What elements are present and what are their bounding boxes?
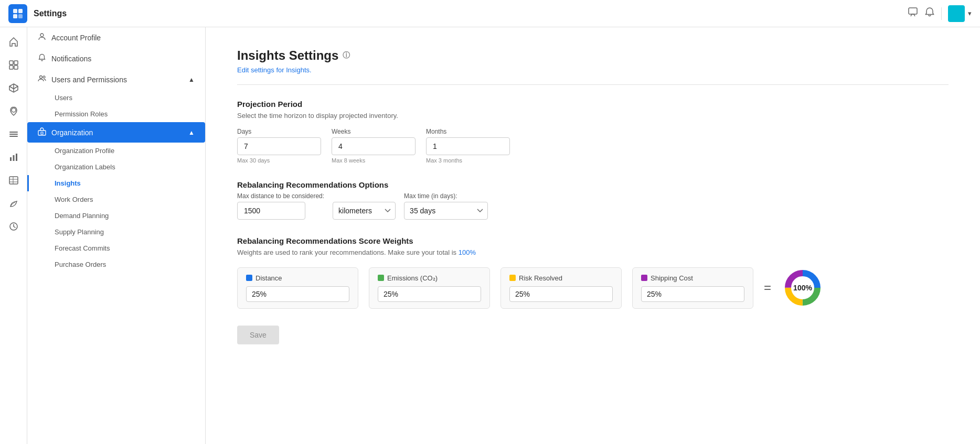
max-distance-label: Max distance to be considered: xyxy=(237,192,324,200)
emissions-input[interactable] xyxy=(378,286,481,302)
svg-rect-16 xyxy=(9,177,18,184)
header-divider xyxy=(941,7,942,20)
avatar xyxy=(948,5,965,22)
app-body: Account Profile Notifications Users and … xyxy=(0,27,980,444)
svg-rect-8 xyxy=(14,66,18,69)
sidebar-subitem-permission-roles[interactable]: Permission Roles xyxy=(27,106,205,122)
risk-label: Risk Resolved xyxy=(519,274,562,282)
save-button[interactable]: Save xyxy=(237,326,279,344)
weeks-label: Weeks xyxy=(332,128,416,135)
nav-chart-icon[interactable] xyxy=(3,147,24,168)
unit-select[interactable]: kilometers miles xyxy=(333,202,396,220)
users-permissions-chevron: ▲ xyxy=(188,76,195,83)
donut-total-label: 100% xyxy=(793,284,812,292)
sidebar-label-notifications: Notifications xyxy=(51,55,91,63)
nav-table-icon[interactable] xyxy=(3,170,24,191)
max-time-select[interactable]: 35 days 14 days 21 days 60 days xyxy=(404,202,488,220)
projection-period-title: Projection Period xyxy=(237,100,949,109)
distance-input[interactable] xyxy=(246,286,349,302)
sidebar-section-organization[interactable]: Organization ▲ xyxy=(27,122,205,143)
months-input[interactable] xyxy=(426,137,510,155)
max-time-label: Max time (in days): xyxy=(404,192,488,200)
sidebar-section-users-permissions[interactable]: Users and Permissions ▲ xyxy=(27,69,205,90)
users-permissions-icon xyxy=(38,74,46,84)
app-header: Settings ▾ xyxy=(0,0,980,27)
nav-home-icon[interactable] xyxy=(3,31,24,52)
svg-rect-24 xyxy=(38,131,46,135)
nav-grid-icon[interactable] xyxy=(3,55,24,75)
sidebar-subitem-forecast-commits[interactable]: Forecast Commits xyxy=(27,240,205,256)
score-weights-title: Rebalancing Recommendations Score Weight… xyxy=(237,236,949,245)
months-field-group: Months Max 3 months xyxy=(426,128,510,164)
svg-rect-6 xyxy=(14,61,18,64)
shipping-label: Shipping Cost xyxy=(651,274,693,282)
sidebar-subitem-users[interactable]: Users xyxy=(27,90,205,106)
sidebar-subitem-supply-planning[interactable]: Supply Planning xyxy=(27,224,205,240)
score-weights-desc: Weights are used to rank your recommenda… xyxy=(237,248,949,256)
total-donut-chart: 100% xyxy=(782,267,824,309)
page-subtitle: Edit settings for Insights. xyxy=(237,66,949,74)
user-menu[interactable]: ▾ xyxy=(948,5,972,22)
svg-rect-15 xyxy=(16,154,17,161)
notification-bell-icon[interactable] xyxy=(924,7,935,20)
weeks-hint: Max 8 weeks xyxy=(332,157,416,164)
svg-rect-4 xyxy=(909,8,917,14)
organization-chevron: ▲ xyxy=(188,129,195,136)
months-hint: Max 3 months xyxy=(426,157,510,164)
account-icon xyxy=(38,33,46,43)
distance-label: Distance xyxy=(255,274,282,282)
max-distance-input[interactable] xyxy=(237,202,305,220)
svg-rect-14 xyxy=(13,155,14,161)
sidebar-subitem-org-labels[interactable]: Organization Labels xyxy=(27,159,205,175)
sidebar-subitem-demand-planning[interactable]: Demand Planning xyxy=(27,208,205,224)
projection-period-section: Projection Period Select the time horizo… xyxy=(237,100,949,164)
sidebar-label-account-profile: Account Profile xyxy=(51,34,101,42)
chat-icon[interactable] xyxy=(908,7,918,20)
svg-rect-7 xyxy=(9,66,13,69)
svg-rect-13 xyxy=(10,157,12,161)
distance-color-dot xyxy=(246,275,252,281)
shipping-color-dot xyxy=(641,275,647,281)
svg-point-21 xyxy=(40,34,44,37)
max-distance-field-group: Max distance to be considered: xyxy=(237,192,324,220)
nav-plugin-icon[interactable] xyxy=(3,216,24,237)
weight-card-risk: Risk Resolved xyxy=(500,267,622,309)
rebalancing-options-title: Rebalancing Recommendations Options xyxy=(237,180,949,189)
risk-input[interactable] xyxy=(509,286,613,302)
shipping-input[interactable] xyxy=(641,286,744,302)
emissions-label: Emissions (CO₂) xyxy=(387,274,438,282)
sidebar-subitem-insights[interactable]: Insights xyxy=(27,175,205,191)
nav-location-icon[interactable] xyxy=(3,101,24,122)
organization-icon xyxy=(38,127,46,137)
page-header-title: Settings xyxy=(34,9,901,18)
sidebar-item-account-profile[interactable]: Account Profile xyxy=(27,27,205,48)
emissions-color-dot xyxy=(378,275,384,281)
days-label: Days xyxy=(237,128,321,135)
svg-rect-1 xyxy=(18,9,23,13)
header-actions: ▾ xyxy=(908,5,972,22)
rebalancing-options-section: Rebalancing Recommendations Options Max … xyxy=(237,180,949,220)
nav-list-icon[interactable] xyxy=(3,124,24,145)
svg-rect-25 xyxy=(41,132,43,134)
svg-rect-10 xyxy=(9,132,18,133)
sidebar-subitem-purchase-orders[interactable]: Purchase Orders xyxy=(27,256,205,273)
projection-fields-row: Days Max 30 days Weeks Max 8 weeks Month… xyxy=(237,128,949,164)
score-weights-section: Rebalancing Recommendations Score Weight… xyxy=(237,236,949,309)
nav-leaf-icon[interactable] xyxy=(3,193,24,214)
sidebar-subitem-work-orders[interactable]: Work Orders xyxy=(27,191,205,208)
sidebar-subitem-org-profile[interactable]: Organization Profile xyxy=(27,143,205,159)
svg-rect-12 xyxy=(9,136,18,137)
svg-rect-11 xyxy=(9,134,18,135)
nav-cube-icon[interactable] xyxy=(3,78,24,99)
weeks-input[interactable] xyxy=(332,137,416,155)
sidebar-label-organization: Organization xyxy=(51,128,93,137)
user-dropdown-chevron: ▾ xyxy=(968,9,972,17)
page-title: Insights Settings ⓘ xyxy=(237,48,949,63)
settings-sidebar: Account Profile Notifications Users and … xyxy=(27,27,206,444)
weights-row: Distance Emissions (CO₂) Risk xyxy=(237,267,949,309)
info-icon[interactable]: ⓘ xyxy=(343,51,350,60)
days-input[interactable] xyxy=(237,137,321,155)
sidebar-item-notifications[interactable]: Notifications xyxy=(27,48,205,69)
nav-icon-bar xyxy=(0,27,27,444)
svg-rect-3 xyxy=(18,14,23,18)
